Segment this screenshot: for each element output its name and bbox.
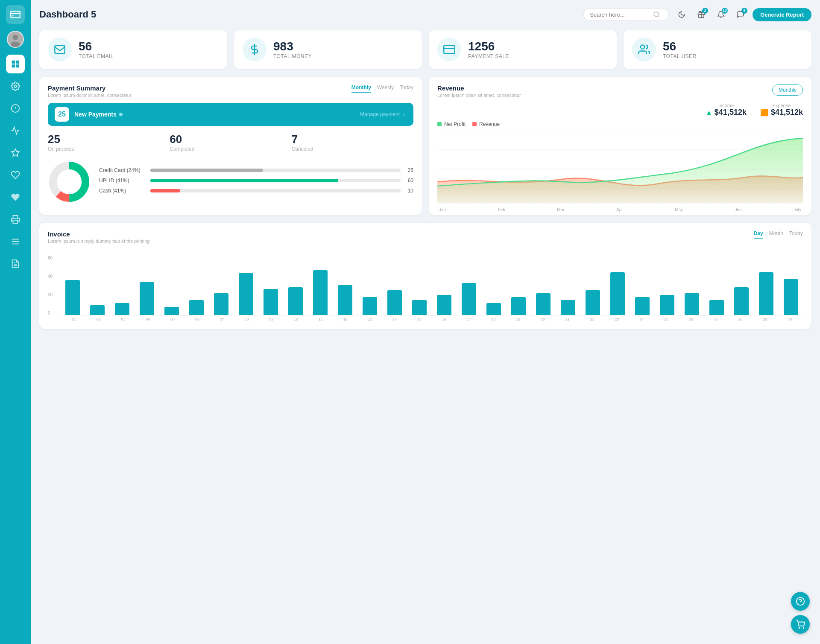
email-icon-wrap [48, 38, 72, 61]
sidebar-item-menu[interactable] [6, 232, 25, 251]
bar-label-05: 05 [160, 317, 185, 321]
bar-28 [734, 287, 749, 315]
sidebar-item-star[interactable] [6, 143, 25, 162]
stat-cards: 56 TOTAL EMAIL 983 TOTAL MONEY 1256 PAYM… [39, 30, 811, 69]
sidebar [0, 0, 31, 644]
income-expense-section: Income ▲ $41,512k Expense 🟧 $41,512k [437, 103, 803, 117]
bar-label-25: 25 [654, 317, 679, 321]
svg-rect-14 [13, 220, 18, 223]
svg-point-9 [14, 85, 17, 87]
new-payments-count: 25 [55, 107, 69, 122]
stat-card-user: 56 TOTAL USER [624, 30, 811, 69]
bell-badge: 12 [722, 8, 728, 14]
expense-value: 🟧 $41,512k [760, 108, 803, 117]
bar-7 [214, 293, 228, 315]
completed-stat: 60 Completed [170, 133, 291, 152]
invoice-y-axis: 60 40 20 0 [48, 256, 53, 315]
bar-19 [511, 297, 526, 315]
invoice-tab-today[interactable]: Today [789, 230, 803, 239]
invoice-tabs: Day Month Today [754, 230, 803, 239]
email-value: 56 [79, 40, 114, 53]
bar-26 [685, 293, 699, 315]
chat-btn[interactable]: 5 [733, 7, 748, 22]
sidebar-item-settings[interactable] [6, 77, 25, 96]
invoice-tab-day[interactable]: Day [754, 230, 763, 239]
dark-mode-btn[interactable] [674, 7, 689, 22]
manage-payment-link[interactable]: Manage payment [360, 111, 407, 117]
bar-5 [164, 307, 179, 315]
bar-label-15: 15 [407, 317, 432, 321]
bar-18 [486, 303, 501, 315]
tab-monthly[interactable]: Monthly [351, 85, 371, 93]
progress-row-credit: Credit Card (24%) 25 [99, 167, 413, 173]
avatar[interactable] [7, 31, 24, 48]
bar-label-01: 01 [62, 317, 86, 321]
bar-label-27: 27 [703, 317, 728, 321]
bar-11 [313, 270, 328, 315]
svg-rect-26 [444, 46, 455, 54]
gift-btn[interactable]: 2 [694, 7, 709, 22]
bar-label-07: 07 [210, 317, 234, 321]
search-box[interactable] [583, 8, 669, 21]
stat-info-user: 56 TOTAL USER [663, 40, 697, 59]
invoice-subtitle: Lorem ipsum is simply dummy text of the … [48, 239, 149, 244]
payment-stats-row: 25 On process 60 Completed 7 Canceled [48, 133, 413, 152]
bar-22 [586, 290, 600, 315]
canceled-label: Canceled [292, 146, 413, 152]
canceled-value: 7 [292, 133, 413, 146]
sidebar-item-doc[interactable] [6, 254, 25, 273]
revenue-header: Revenue Lorem ipsum dolor sit amet, cons… [437, 85, 803, 103]
invoice-chart-wrap: 60 40 20 0 01020304050607080910111213141… [48, 256, 803, 321]
bar-label-29: 29 [753, 317, 777, 321]
sidebar-item-heart[interactable] [6, 166, 25, 184]
progress-fill-cash [150, 189, 180, 192]
legend-dot-profit [437, 122, 442, 126]
bell-btn[interactable]: 12 [713, 7, 729, 22]
invoice-x-labels: 0102030405060708091011121314151617181920… [61, 317, 803, 321]
payment-body: Credit Card (24%) 25 UPI ID (41%) 60 [48, 160, 413, 205]
completed-label: Completed [170, 146, 291, 152]
bar-label-22: 22 [580, 317, 605, 321]
generate-report-button[interactable]: Generate Report [753, 8, 811, 21]
cart-float-btn[interactable] [791, 615, 810, 634]
tab-weekly[interactable]: Weekly [377, 85, 394, 93]
np-dot [119, 113, 123, 116]
svg-point-3 [13, 35, 18, 40]
header-icons: 2 12 5 Generate Report [674, 7, 811, 22]
invoice-card: Invoice Lorem ipsum is simply dummy text… [39, 223, 811, 329]
revenue-monthly-btn[interactable]: Monthly [772, 85, 803, 96]
bar-label-11: 11 [308, 317, 333, 321]
stat-info-email: 56 TOTAL EMAIL [79, 40, 114, 59]
progress-row-upi: UPI ID (41%) 60 [99, 178, 413, 184]
progress-fill-upi [150, 179, 338, 182]
svg-point-40 [799, 627, 800, 628]
bar-12 [338, 285, 352, 315]
legend-revenue: Revenue [472, 121, 500, 127]
sidebar-item-heart2[interactable] [6, 188, 25, 207]
sidebar-item-info[interactable] [6, 99, 25, 118]
sidebar-item-print[interactable] [6, 210, 25, 229]
new-payments-label: New Payments [74, 111, 123, 118]
bar-label-16: 16 [432, 317, 457, 321]
support-float-btn[interactable] [791, 592, 810, 611]
sidebar-logo[interactable] [6, 5, 25, 24]
invoice-tab-month[interactable]: Month [769, 230, 783, 239]
on-process-stat: 25 On process [48, 133, 170, 152]
stat-info-payment: 1256 PAYMENT SALE [468, 40, 509, 59]
search-input[interactable] [590, 12, 650, 18]
revenue-title-block: Revenue Lorem ipsum dolor sit amet, cons… [437, 85, 521, 103]
legend-net-profit: Net Profit [437, 121, 466, 127]
canceled-stat: 7 Canceled [292, 133, 413, 152]
sidebar-item-dashboard[interactable] [6, 55, 25, 73]
bar-23 [610, 272, 625, 315]
sidebar-item-chart[interactable] [6, 121, 25, 140]
bar-16 [437, 295, 451, 315]
stat-card-payment: 1256 PAYMENT SALE [429, 30, 617, 69]
revenue-card: Revenue Lorem ipsum dolor sit amet, cons… [429, 77, 811, 215]
progress-fill-credit [150, 169, 263, 172]
income-item: Income ▲ $41,512k [706, 103, 747, 117]
bar-30 [784, 279, 798, 315]
bar-21 [561, 300, 575, 315]
svg-point-32 [57, 169, 82, 194]
tab-today[interactable]: Today [400, 85, 413, 93]
